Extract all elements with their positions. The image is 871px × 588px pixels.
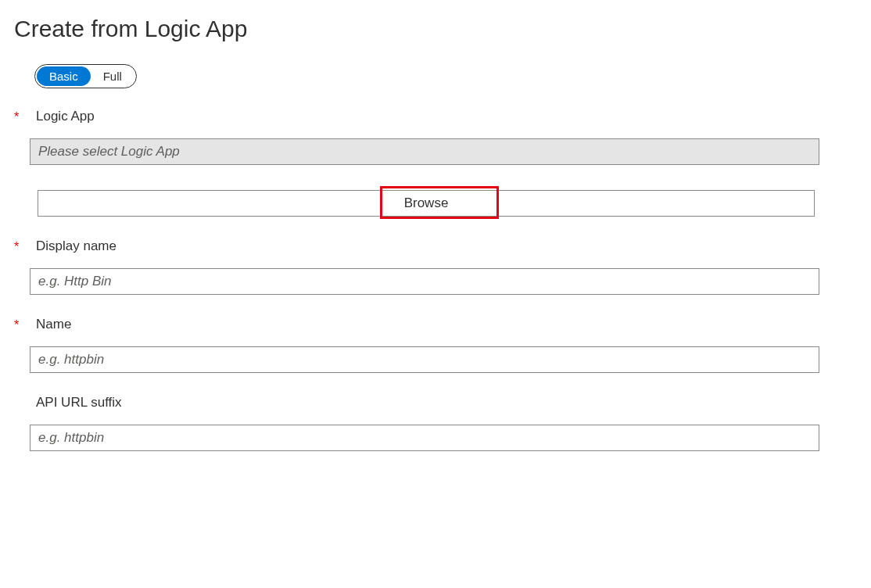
view-toggle-group: Basic Full bbox=[34, 64, 137, 88]
page-title: Create from Logic App bbox=[14, 16, 857, 42]
spacer bbox=[14, 395, 36, 396]
required-marker: * bbox=[14, 317, 36, 332]
api-url-suffix-input[interactable] bbox=[30, 425, 819, 451]
name-label: Name bbox=[36, 317, 71, 332]
required-marker: * bbox=[14, 238, 36, 254]
required-marker: * bbox=[14, 109, 36, 124]
browse-button[interactable]: Browse bbox=[38, 190, 815, 217]
display-name-input[interactable] bbox=[30, 268, 819, 295]
name-input[interactable] bbox=[30, 346, 819, 373]
logic-app-label: Logic App bbox=[36, 109, 95, 124]
api-url-suffix-label: API URL suffix bbox=[36, 395, 122, 411]
logic-app-display: Please select Logic App bbox=[30, 138, 819, 165]
display-name-label: Display name bbox=[36, 238, 116, 254]
toggle-basic-button[interactable]: Basic bbox=[37, 66, 91, 86]
toggle-full-button[interactable]: Full bbox=[91, 66, 134, 86]
browse-button-label: Browse bbox=[404, 195, 449, 210]
